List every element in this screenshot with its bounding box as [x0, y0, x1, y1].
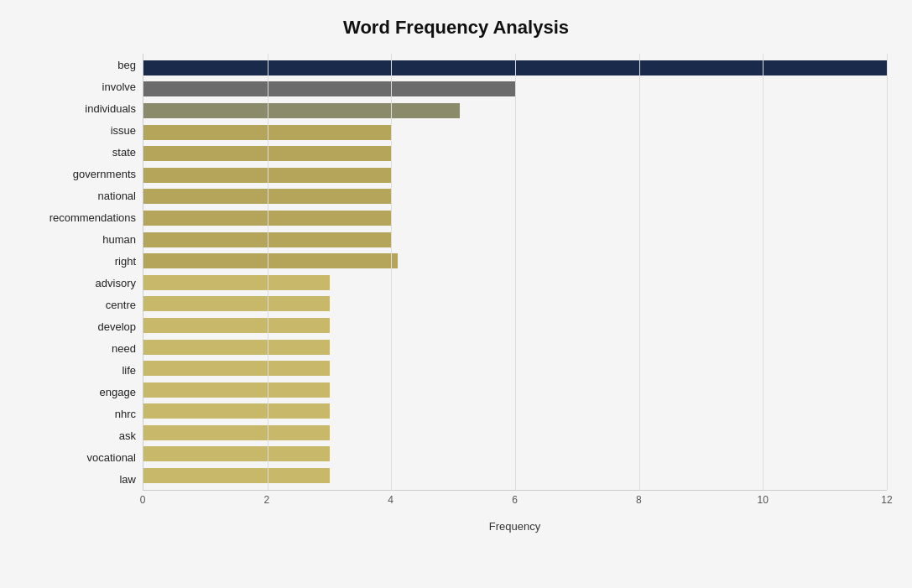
bar	[143, 382, 330, 398]
bar	[143, 318, 330, 333]
y-label: beg	[117, 60, 136, 70]
grid-line	[763, 54, 763, 490]
y-label: recommendations	[50, 212, 136, 223]
x-tick: 2	[263, 494, 269, 506]
bar	[143, 425, 330, 440]
x-tick: 10	[757, 494, 768, 506]
y-label: right	[115, 256, 136, 267]
y-label: develop	[97, 321, 136, 332]
y-label: law	[119, 474, 136, 485]
chart-area: beginvolveindividualsissuestategovernmen…	[25, 54, 887, 516]
y-label: issue	[111, 125, 136, 136]
grid-line	[887, 54, 888, 490]
bar	[143, 340, 330, 355]
grid-line	[515, 54, 516, 490]
bars-panel	[143, 54, 887, 491]
bar	[143, 403, 330, 419]
grid-line	[268, 54, 268, 490]
y-label: need	[112, 343, 136, 354]
grid-line	[391, 54, 392, 490]
y-label: ask	[119, 430, 136, 441]
y-label: centre	[106, 299, 136, 310]
chart-title: Word Frequency Analysis	[25, 17, 887, 39]
bar	[143, 103, 460, 118]
bar	[143, 468, 330, 483]
bar	[143, 296, 330, 311]
x-tick: 6	[512, 494, 518, 506]
grid-line	[639, 54, 640, 490]
x-tick: 4	[388, 494, 393, 506]
chart-container: Word Frequency Analysis beginvolveindivi…	[0, 0, 912, 588]
bars-and-xaxis: 024681012 Frequency	[143, 54, 887, 516]
x-axis: 024681012 Frequency	[143, 491, 887, 516]
x-axis-label: Frequency	[143, 520, 887, 533]
y-label: advisory	[96, 278, 136, 289]
x-tick: 8	[636, 494, 642, 506]
y-label: life	[122, 365, 136, 376]
bar	[143, 275, 330, 290]
y-label: engage	[100, 387, 136, 398]
bar	[143, 361, 330, 376]
y-axis-labels: beginvolveindividualsissuestategovernmen…	[25, 54, 143, 516]
x-tick: 0	[140, 494, 146, 506]
bar	[143, 253, 398, 268]
y-label: national	[97, 190, 136, 201]
y-label: individuals	[85, 103, 136, 114]
y-label: state	[112, 147, 136, 158]
y-label: governments	[73, 169, 136, 180]
x-tick: 12	[881, 494, 892, 506]
y-label: nhrc	[115, 408, 136, 419]
bar	[143, 446, 330, 461]
y-label: vocational	[86, 452, 136, 463]
bar	[143, 81, 515, 96]
y-label: involve	[102, 81, 136, 92]
y-label: human	[102, 234, 136, 245]
